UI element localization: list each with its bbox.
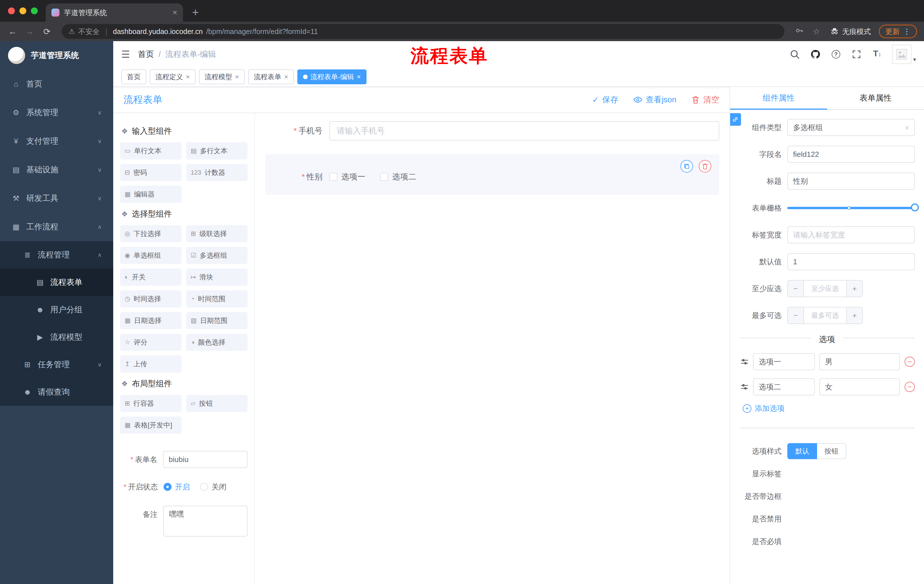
slider-handle[interactable] (911, 204, 919, 211)
tag-home[interactable]: 首页 (121, 69, 146, 84)
copy-component-button[interactable] (680, 160, 693, 173)
palette-item-button[interactable]: ▱按钮 (186, 395, 248, 412)
remove-option-button[interactable]: − (904, 382, 915, 392)
sidebar-item-user-group[interactable]: ☻ 用户分组 (0, 296, 113, 323)
palette-item-switch[interactable]: ◐开关 (120, 268, 182, 286)
palette-item-counter[interactable]: 123计数器 (186, 164, 248, 181)
option-label-input[interactable] (753, 353, 815, 370)
increment-button[interactable]: + (846, 281, 862, 296)
default-value-input[interactable] (787, 253, 915, 270)
palette-item-editor[interactable]: ▦编辑器 (120, 186, 182, 203)
tag-process-form[interactable]: 流程表单 × (248, 69, 294, 84)
style-button-button[interactable]: 按钮 (817, 443, 846, 459)
back-icon[interactable]: ← (7, 26, 18, 36)
sidebar-item-task-mgmt[interactable]: ⊞ 任务管理 ∨ (0, 351, 113, 378)
palette-item-table[interactable]: ▦表格[开发中] (120, 416, 182, 434)
tag-process-definition[interactable]: 流程定义 × (150, 69, 196, 84)
browser-update-button[interactable]: 更新 ⋮ (879, 25, 917, 38)
tab-close-icon[interactable]: × (173, 8, 177, 17)
palette-item-radio-group[interactable]: ◉单选框组 (120, 247, 182, 264)
component-type-select[interactable]: 多选框组 ∨ (787, 119, 915, 136)
form-remark-input[interactable]: 嘿嘿 (163, 506, 248, 536)
increment-button[interactable]: + (846, 308, 862, 323)
min-select-input[interactable] (804, 281, 846, 296)
tag-process-form-edit[interactable]: 流程表单-编辑 × (297, 69, 366, 84)
title-input[interactable] (787, 173, 915, 190)
delete-component-button[interactable] (699, 160, 711, 173)
browser-menu-icon[interactable]: ⋮ (903, 27, 911, 36)
tag-close-icon[interactable]: × (186, 73, 190, 81)
option-value-input[interactable] (819, 353, 900, 370)
gender-option-2[interactable]: 选项二 (380, 171, 416, 182)
help-icon[interactable]: ? (830, 49, 842, 60)
palette-item-time-range[interactable]: ◔时间范围 (186, 290, 248, 308)
phone-field-input[interactable] (329, 121, 719, 141)
decrement-button[interactable]: − (788, 281, 804, 296)
palette-item-select[interactable]: ◎下拉选择 (120, 225, 182, 242)
bookmark-star-icon[interactable]: ☆ (811, 27, 822, 36)
palette-item-date-range[interactable]: ▧日期范围 (186, 312, 248, 329)
search-icon[interactable] (789, 49, 800, 60)
password-key-icon[interactable] (794, 26, 805, 37)
grid-slider[interactable] (787, 199, 915, 217)
palette-item-single-text[interactable]: ▭单行文本 (120, 142, 182, 160)
sidebar-item-home[interactable]: ⌂ 首页 (0, 70, 113, 98)
view-json-button[interactable]: 查看json (633, 94, 676, 105)
decrement-button[interactable]: − (788, 308, 804, 323)
breadcrumb-home[interactable]: 首页 (138, 49, 154, 60)
font-size-icon[interactable]: T↕ (871, 49, 883, 60)
palette-item-upload[interactable]: ↥上传 (120, 355, 182, 373)
selected-component-block[interactable]: 性别 选项一 选项二 (265, 154, 719, 195)
style-default-button[interactable]: 默认 (787, 443, 817, 459)
palette-item-rate[interactable]: ☆评分 (120, 334, 182, 351)
palette-item-checkbox-group[interactable]: ☑多选框组 (186, 247, 248, 264)
drag-handle-icon[interactable] (741, 358, 749, 366)
palette-item-multi-text[interactable]: ▤多行文本 (186, 142, 248, 160)
zoom-window-button[interactable] (31, 7, 38, 14)
field-name-input[interactable] (787, 146, 915, 163)
option-label-input[interactable] (753, 378, 815, 395)
link-icon[interactable] (729, 113, 741, 126)
sidebar-toggle-icon[interactable]: ☰ (121, 49, 130, 60)
address-bar[interactable]: ⚠ 不安全 | dashboard.yudao.iocoder.cn /bpm/… (62, 24, 784, 39)
security-label[interactable]: 不安全 (78, 27, 100, 36)
option-value-input[interactable] (819, 378, 900, 395)
tab-component-props[interactable]: 组件属性 (730, 87, 827, 109)
sidebar-item-infra[interactable]: ▤ 基础设施 ∨ (0, 155, 113, 184)
status-radio-on[interactable]: 开启 (163, 482, 190, 492)
tab-form-props[interactable]: 表单属性 (827, 87, 924, 109)
user-avatar-menu[interactable]: ▾ (892, 44, 916, 64)
palette-item-password[interactable]: ⊟密码 (120, 164, 182, 181)
remove-option-button[interactable]: − (904, 357, 915, 367)
close-window-button[interactable] (8, 7, 15, 14)
sidebar-item-process-form[interactable]: ▤ 流程表单 (0, 268, 113, 296)
palette-item-row-container[interactable]: ⊞行容器 (120, 395, 182, 412)
sidebar-item-process-model[interactable]: ▶ 流程模型 (0, 323, 113, 351)
form-name-input[interactable] (163, 451, 248, 468)
tag-close-icon[interactable]: × (284, 73, 288, 81)
github-icon[interactable] (810, 49, 821, 60)
sidebar-item-workflow[interactable]: ▦ 工作流程 ∧ (0, 212, 113, 241)
save-button[interactable]: ✓ 保存 (592, 94, 618, 105)
tag-close-icon[interactable]: × (235, 73, 239, 81)
label-width-input[interactable] (787, 226, 915, 243)
app-logo[interactable]: 芋道管理系统 (0, 41, 113, 70)
phone-field-row[interactable]: 手机号 (265, 121, 719, 141)
tag-close-icon[interactable]: × (357, 73, 361, 81)
max-select-input[interactable] (804, 308, 846, 323)
sidebar-item-leave-query[interactable]: ☻ 请假查询 (0, 378, 113, 406)
new-tab-button[interactable]: + (192, 6, 199, 19)
status-radio-off[interactable]: 关闭 (200, 482, 226, 492)
clear-button[interactable]: 清空 (691, 94, 719, 105)
palette-item-time-picker[interactable]: ◷时间选择 (120, 290, 182, 308)
palette-item-color-picker[interactable]: ◑颜色选择 (186, 334, 248, 351)
gender-option-1[interactable]: 选项一 (329, 171, 365, 182)
forward-icon[interactable]: → (24, 26, 35, 36)
browser-tab[interactable]: 芋道管理系统 × (46, 3, 183, 22)
sidebar-item-system[interactable]: ⚙ 系统管理 ∨ (0, 98, 113, 127)
minimize-window-button[interactable] (20, 7, 26, 14)
palette-item-slider[interactable]: ↦滑块 (186, 268, 248, 286)
tag-process-model[interactable]: 流程模型 × (199, 69, 245, 84)
fullscreen-icon[interactable] (851, 49, 862, 60)
palette-item-date-picker[interactable]: ▦日期选择 (120, 312, 182, 329)
